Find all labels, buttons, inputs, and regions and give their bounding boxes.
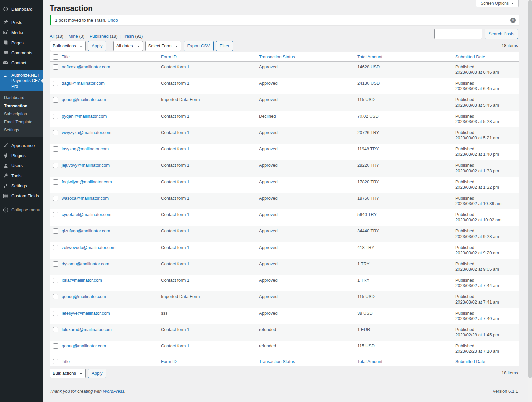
row-title-link[interactable]: qonuq@mailinator.com [62, 343, 106, 348]
sidebar-item-appearance[interactable]: Appearance [0, 141, 43, 151]
sidebar-item-label: Contact [11, 60, 26, 65]
wordpress-link[interactable]: WordPress [103, 389, 124, 394]
row-title-link[interactable]: dysamu@mailinator.com [62, 261, 109, 266]
sidebar-item-settings[interactable]: Settings [0, 181, 43, 191]
row-title-link[interactable]: pyqahi@mailinator.com [62, 114, 107, 119]
sidebar-item-posts[interactable]: Posts [0, 17, 43, 27]
submenu-item-subscription[interactable]: Subscription [0, 110, 43, 118]
column-header-submitted-date[interactable]: Submitted Date [455, 54, 485, 59]
scrollbar-thumb[interactable] [528, 0, 532, 378]
select-form-select[interactable]: Select Form [145, 41, 181, 51]
row-title-link[interactable]: lasyzoq@mailinator.com [62, 146, 109, 151]
row-title-link[interactable]: zoliwovudo@mailinator.com [62, 245, 115, 250]
row-checkbox[interactable] [53, 130, 58, 135]
column-header-transaction-status[interactable]: Transaction Status [259, 359, 295, 364]
row-checkbox[interactable] [53, 212, 58, 217]
select-all-checkbox[interactable] [53, 54, 58, 60]
row-checkbox[interactable] [53, 97, 58, 103]
row-title-link[interactable]: luluxarud@mailinator.com [62, 327, 112, 332]
filter-button[interactable]: Filter [216, 41, 233, 51]
view-all-link[interactable]: All (18) [50, 34, 63, 39]
sidebar-item-authorizenet-plugin[interactable]: Authorize.NET Payments CF7 Pro [0, 70, 43, 91]
row-title-link[interactable]: foqiwijym@mailinator.com [62, 179, 112, 184]
row-transaction-status: refunded [259, 343, 276, 348]
row-checkbox[interactable] [53, 114, 58, 119]
row-checkbox[interactable] [53, 196, 58, 201]
row-checkbox[interactable] [53, 245, 58, 250]
sidebar-item-dashboard[interactable]: Dashboard [0, 4, 43, 14]
search-posts-button[interactable]: Search Posts [485, 29, 518, 39]
dismiss-notice-icon[interactable]: ✕ [510, 18, 516, 23]
row-date-text: 2023/03/02 at 1:32 pm [455, 185, 519, 190]
row-date-text: 2023/02/28 at 1:45 pm [455, 332, 519, 338]
row-published-state: Published [455, 130, 519, 135]
sidebar-item-users[interactable]: Users [0, 161, 43, 171]
page-title: Transaction [50, 4, 93, 13]
bulk-actions-select[interactable]: Bulk actions [50, 368, 86, 378]
row-checkbox[interactable] [53, 228, 58, 234]
sidebar-item-plugins[interactable]: Plugins [0, 151, 43, 161]
row-title-link[interactable]: dagul@mailinator.com [62, 81, 105, 86]
submenu-item-settings[interactable]: Settings [0, 126, 43, 134]
view-mine-link[interactable]: Mine (3) [69, 34, 85, 39]
table-row: gizufyqo@mailinator.com Contact form 1 A… [50, 226, 519, 242]
row-form-id: Contact form 1 [161, 64, 189, 69]
row-checkbox[interactable] [53, 311, 58, 316]
export-csv-button[interactable]: Export CSV [184, 41, 214, 51]
column-header-title[interactable]: Title [62, 54, 70, 59]
sidebar-item-media[interactable]: Media [0, 27, 43, 38]
row-published-state: Published [455, 196, 519, 201]
column-header-transaction-status[interactable]: Transaction Status [259, 54, 295, 59]
column-header-title[interactable]: Title [62, 359, 70, 364]
submenu-item-dashboard[interactable]: Dashboard [0, 94, 43, 102]
row-title-link[interactable]: nafixoxu@mailinator.com [62, 64, 110, 69]
row-checkbox[interactable] [53, 343, 58, 349]
sidebar-item-tools[interactable]: Tools [0, 171, 43, 181]
search-input[interactable] [434, 29, 482, 39]
row-checkbox[interactable] [53, 81, 58, 86]
select-all-checkbox[interactable] [53, 359, 58, 364]
sidebar-item-comments[interactable]: Comments [0, 48, 43, 58]
row-checkbox[interactable] [53, 146, 58, 152]
collapse-menu-button[interactable]: Collapse menu [0, 205, 43, 215]
column-header-submitted-date[interactable]: Submitted Date [455, 359, 485, 364]
row-title-link[interactable]: cyqefatel@mailinator.com [62, 212, 111, 217]
bulk-actions-select[interactable]: Bulk actions [50, 41, 86, 51]
view-trash-link[interactable]: Trash (91) [123, 34, 143, 39]
row-total-amount: 14628 USD [357, 64, 380, 69]
row-checkbox[interactable] [53, 179, 58, 185]
view-published-link[interactable]: Published (18) [90, 34, 118, 39]
row-total-amount: 418 TRY [357, 245, 374, 250]
row-title-link[interactable]: qonuq@mailinator.com [62, 294, 106, 299]
submenu-item-transaction[interactable]: Transaction [0, 102, 43, 110]
row-published-state: Published [455, 311, 519, 316]
row-title-link[interactable]: jejuvovy@mailinator.com [62, 163, 110, 168]
sidebar-item-pages[interactable]: Pages [0, 38, 43, 48]
row-date-text: 2023/02/23 at 7:10 am [455, 349, 519, 354]
row-checkbox[interactable] [53, 327, 58, 332]
row-title-link[interactable]: wasoca@mailinator.com [62, 196, 109, 201]
column-header-form-id[interactable]: Form ID [161, 54, 177, 59]
submenu-item-email-template[interactable]: Email Template [0, 118, 43, 126]
row-checkbox[interactable] [53, 163, 58, 168]
all-dates-select[interactable]: All dates [113, 41, 143, 51]
screen-options-button[interactable]: Screen Options [476, 0, 519, 7]
undo-link[interactable]: Undo [108, 18, 118, 23]
row-title-link[interactable]: gizufyqo@mailinator.com [62, 228, 110, 233]
column-header-total-amount[interactable]: Total Amount [357, 54, 382, 59]
row-title-link[interactable]: qonuq@mailinator.com [62, 97, 106, 102]
page-scrollbar[interactable] [528, 0, 532, 402]
apply-button[interactable]: Apply [88, 368, 106, 378]
sidebar-item-custom-fields[interactable]: Custom Fields [0, 191, 43, 201]
row-title-link[interactable]: viwyzyza@mailinator.com [62, 130, 111, 135]
column-header-total-amount[interactable]: Total Amount [357, 359, 382, 364]
row-checkbox[interactable] [53, 294, 58, 299]
sidebar-item-contact[interactable]: Contact [0, 58, 43, 68]
row-checkbox[interactable] [53, 261, 58, 267]
row-title-link[interactable]: lefesyve@mailinator.com [62, 311, 110, 316]
apply-button[interactable]: Apply [88, 41, 106, 51]
row-title-link[interactable]: loka@mailinator.com [62, 278, 102, 283]
column-header-form-id[interactable]: Form ID [161, 359, 177, 364]
row-checkbox[interactable] [53, 278, 58, 283]
row-checkbox[interactable] [53, 64, 58, 70]
